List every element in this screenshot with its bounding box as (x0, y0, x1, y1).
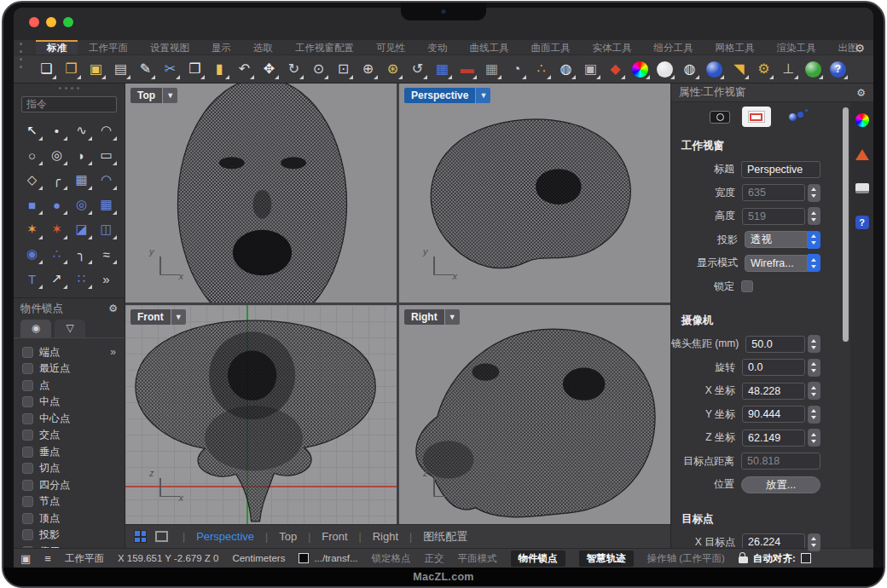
property-value[interactable]: Wirefra... (745, 255, 808, 272)
viewport-tab[interactable]: Front (297, 529, 347, 545)
property-value[interactable]: 0.0 (742, 359, 805, 376)
property-value[interactable]: 48.228 (742, 383, 805, 400)
status-item[interactable]: 锁定格点 (372, 552, 411, 565)
snap-checkbox[interactable] (22, 429, 33, 441)
scrollbar-thumb[interactable] (843, 107, 849, 342)
export-annotate-icon[interactable]: ✎ (135, 59, 156, 80)
color-wheel-icon[interactable] (629, 59, 651, 80)
snap-checkbox[interactable] (22, 496, 33, 507)
snap-checkbox[interactable] (22, 529, 33, 540)
snap-checkbox[interactable] (22, 396, 33, 407)
status-item[interactable]: 工作平面 (65, 552, 104, 565)
curve-icon[interactable]: ∿ (70, 119, 93, 142)
select-cursor-icon[interactable]: ↖ (20, 119, 43, 142)
property-value[interactable]: 放置... (741, 476, 820, 493)
menu-tab[interactable]: 渲染工具 (766, 40, 827, 55)
viewport-front-label[interactable]: Front ▼ (130, 309, 186, 325)
menu-tab[interactable]: 选取 (242, 40, 284, 55)
menu-tab[interactable]: 工作平面 (78, 40, 139, 55)
point-icon[interactable]: • (45, 119, 68, 142)
menu-tab[interactable]: 标准 (36, 40, 78, 55)
property-value[interactable]: 50.0 (745, 336, 805, 353)
lock-checkbox[interactable] (741, 280, 753, 292)
status-item[interactable]: Centimeters (232, 553, 285, 563)
zoom-extents-icon[interactable]: ⊕ (357, 59, 379, 80)
status-item[interactable]: 物件锁点 (511, 551, 565, 567)
viewport-top[interactable]: Top ▼ y x (125, 84, 397, 303)
rectangle-icon[interactable]: ▭ (95, 144, 118, 167)
snap-option-row[interactable]: 端点 (22, 344, 118, 361)
snap-option-row[interactable]: 点 (22, 378, 118, 395)
filter-tab[interactable]: ▽ (55, 320, 85, 337)
status-item[interactable]: .../transf... (299, 553, 357, 563)
property-value[interactable]: 透视 (745, 231, 808, 248)
surface-bend-icon[interactable]: ◠ (95, 169, 118, 192)
menu-tab[interactable]: 显示 (200, 40, 242, 55)
cut-icon[interactable]: ✂ (159, 59, 181, 80)
property-value[interactable]: 62.149 (742, 429, 805, 447)
pan-hand-icon[interactable]: ✥ (258, 59, 280, 80)
status-item[interactable]: 正交 (425, 552, 444, 565)
snap-option-row[interactable]: 顶点 (22, 510, 118, 527)
status-item[interactable]: 智慧轨迹 (579, 551, 634, 567)
snap-checkbox[interactable] (22, 463, 33, 474)
stepper-control[interactable] (808, 406, 820, 424)
dimension-icon[interactable]: ⊥ (778, 59, 799, 80)
properties-wheel-tab[interactable] (855, 112, 870, 128)
viewport-tab[interactable]: 图纸配置 (398, 529, 467, 545)
menu-tab[interactable]: 实体工具 (582, 40, 643, 55)
menu-tab[interactable]: 网格工具 (704, 40, 766, 55)
snap-option-row[interactable]: 中心点 (22, 411, 118, 428)
snap-checkbox[interactable] (22, 363, 33, 374)
property-value[interactable]: 635 (742, 184, 805, 201)
burst-icon[interactable]: ✶ (45, 218, 68, 241)
drag-handle[interactable] (20, 43, 22, 68)
snap-checkbox[interactable] (22, 447, 33, 458)
arc-3pt-icon[interactable]: ◗ (70, 144, 93, 167)
undo-view-icon[interactable]: ↺ (407, 59, 428, 80)
render-side-tab[interactable] (855, 147, 870, 162)
trim-icon[interactable]: ◪ (70, 218, 93, 241)
undo-icon[interactable]: ↶ (234, 59, 255, 80)
spotlight-icon[interactable]: ◥ (728, 59, 750, 80)
layer-panel-icon[interactable]: ▣ (20, 552, 31, 565)
help-side-tab[interactable]: ? (855, 215, 870, 230)
zoom-window-icon[interactable]: ⊡ (333, 59, 354, 80)
stepper-control[interactable] (808, 184, 820, 202)
menu-tab[interactable]: 可见性 (365, 40, 417, 55)
snap-checkbox[interactable] (22, 380, 33, 391)
curve-blend-icon[interactable]: ╭ (45, 169, 68, 192)
menu-tab[interactable]: 设置视图 (139, 40, 200, 55)
stepper-control[interactable] (808, 533, 820, 551)
snap-option-row[interactable]: 垂点 (22, 444, 118, 461)
explode-icon[interactable]: ✶ (20, 218, 43, 241)
arc-icon[interactable]: ◠ (95, 119, 118, 142)
rotate-circle-icon[interactable]: ◔ (506, 59, 527, 80)
property-value[interactable]: 90.444 (742, 406, 805, 423)
blend-icon[interactable]: ≈ (95, 243, 118, 266)
snap-option-row[interactable]: 最近点 (22, 360, 118, 378)
box-icon[interactable]: ■ (20, 193, 43, 216)
snap-option-row[interactable]: 交点 (22, 427, 118, 444)
single-viewport-icon[interactable] (155, 531, 168, 542)
viewport-right[interactable]: Right ▼ z y (399, 305, 670, 524)
rotate-view-icon[interactable]: ↻ (283, 59, 304, 80)
stepper-control[interactable] (808, 382, 820, 400)
point-cloud-icon[interactable]: ∴ (45, 243, 68, 266)
split-icon[interactable]: ◫ (95, 218, 118, 241)
zoom-button[interactable] (63, 17, 73, 27)
control-points-icon[interactable]: ∴ (530, 59, 552, 80)
map-grid-icon[interactable]: ▦ (481, 59, 502, 80)
mesh-surface-icon[interactable]: ▦ (95, 193, 118, 216)
chevron-down-icon[interactable]: ▼ (171, 309, 186, 325)
status-item[interactable]: 自动对齐: (739, 552, 811, 565)
array-icon[interactable]: ∷ (70, 268, 93, 291)
gears-icon[interactable]: ⚙ (753, 59, 774, 80)
viewport-perspective-label[interactable]: Perspective ▼ (404, 88, 490, 103)
align-box-icon[interactable] (801, 553, 811, 563)
list-panel-icon[interactable]: ≡ (44, 552, 51, 565)
boolean-icon[interactable]: ◉ (20, 243, 43, 266)
snap-checkbox[interactable] (22, 413, 33, 424)
torus-icon[interactable]: ◎ (70, 193, 93, 216)
lock-icon[interactable]: ▣ (580, 59, 601, 80)
